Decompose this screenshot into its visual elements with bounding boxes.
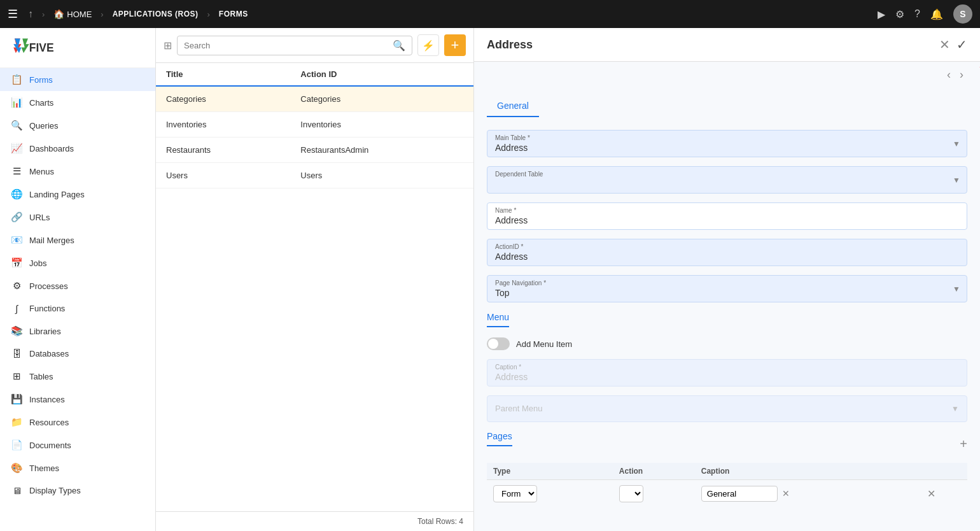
- sidebar-icon-7: 📧: [10, 234, 23, 246]
- list-table: Title Action ID CategoriesCategoriesInve…: [156, 63, 473, 511]
- svg-marker-1: [22, 38, 29, 53]
- lightning-button[interactable]: ⚡ ↓: [417, 34, 439, 56]
- sidebar-item-instances[interactable]: 💾Instances: [0, 388, 155, 411]
- sidebar-item-menus[interactable]: ☰Menus: [0, 160, 155, 183]
- sidebar-item-queries[interactable]: 🔍Queries: [0, 114, 155, 137]
- page-nav-arrow: ▼: [953, 285, 960, 294]
- content-area: ⊞ 🔍 ⚡ ↓ + Title Acti: [156, 28, 980, 531]
- main-layout: FIVE 📋Forms📊Charts🔍Queries📈Dashboards☰Me…: [0, 28, 980, 531]
- remove-page-row-button[interactable]: ✕: [927, 488, 935, 500]
- sidebar-icon-11: 📚: [10, 325, 23, 337]
- sidebar-item-jobs[interactable]: 📅Jobs: [0, 251, 155, 274]
- sidebar-item-dashboards[interactable]: 📈Dashboards: [0, 137, 155, 160]
- filter-icon[interactable]: ⊞: [164, 39, 172, 52]
- sidebar-icon-0: 📋: [10, 74, 23, 85]
- sidebar-logo: FIVE: [0, 28, 155, 68]
- list-table-row[interactable]: UsersUsers: [156, 163, 473, 188]
- list-table-row[interactable]: RestaurantsRestaurantsAdmin: [156, 138, 473, 163]
- sidebar-icon-8: 📅: [10, 257, 23, 269]
- parent-menu-label: Parent Menu: [495, 404, 542, 413]
- detail-header: Address ✕ ✓: [474, 28, 980, 62]
- list-table-row[interactable]: InventoriesInventories: [156, 112, 473, 138]
- sidebar-item-databases[interactable]: 🗄Databases: [0, 343, 155, 365]
- detail-save-button[interactable]: ✓: [956, 37, 967, 52]
- sidebar-item-urls[interactable]: 🔗URLs: [0, 206, 155, 229]
- pages-tab-label[interactable]: Pages: [487, 431, 512, 446]
- total-rows-label: Total Rows: 4: [417, 517, 463, 526]
- sidebar-item-processes[interactable]: ⚙Processes: [0, 274, 155, 297]
- row-actionid-2: RestaurantsAdmin: [290, 138, 473, 163]
- sidebar-item-forms[interactable]: 📋Forms: [0, 68, 155, 91]
- action-id-label: ActionID *: [495, 243, 959, 250]
- home-breadcrumb[interactable]: 🏠 HOME: [53, 9, 92, 19]
- remove-caption-button[interactable]: ✕: [782, 488, 790, 499]
- sidebar-label-14: Instances: [29, 395, 65, 404]
- sidebar-item-libraries[interactable]: 📚Libraries: [0, 320, 155, 343]
- up-button[interactable]: ↑: [28, 8, 33, 20]
- bell-icon[interactable]: 🔔: [930, 8, 943, 20]
- hamburger-menu[interactable]: ☰: [8, 7, 18, 21]
- sidebar-label-6: URLs: [29, 213, 50, 222]
- sidebar-label-15: Resources: [29, 418, 69, 427]
- detail-nav-row: ‹ › ↓: [474, 62, 980, 83]
- sidebar-item-documents[interactable]: 📄Documents: [0, 434, 155, 457]
- sidebar-item-mail-merges[interactable]: 📧Mail Merges: [0, 229, 155, 251]
- pages-table: Type Action Caption Form: [487, 463, 967, 507]
- top-nav-actions: ▶ ⚙ ? 🔔 S: [878, 4, 972, 24]
- sidebar-icon-6: 🔗: [10, 211, 23, 223]
- list-table-row[interactable]: CategoriesCategories: [156, 86, 473, 112]
- page-type-select[interactable]: Form: [493, 485, 537, 502]
- action-id-field: ActionID * Address: [487, 239, 967, 266]
- sidebar-icon-13: ⊞: [10, 371, 23, 382]
- sidebar-item-functions[interactable]: ∫Functions: [0, 297, 155, 320]
- sidebar-item-resources[interactable]: 📁Resources: [0, 411, 155, 434]
- user-avatar[interactable]: S: [953, 4, 972, 24]
- row-actionid-0: Categories: [290, 86, 473, 112]
- sidebar-item-tables[interactable]: ⊞Tables: [0, 365, 155, 388]
- page-caption-input[interactable]: [701, 486, 778, 502]
- forms-breadcrumb[interactable]: FORMS: [219, 10, 248, 18]
- search-box: 🔍: [177, 36, 412, 55]
- sidebar-item-charts[interactable]: 📊Charts: [0, 91, 155, 114]
- lightning-icon: ⚡: [422, 39, 435, 52]
- app-breadcrumb[interactable]: APPLICATIONS (ROS): [113, 10, 199, 18]
- row-title-2: Restaurants: [156, 138, 290, 163]
- pages-section: Pages + Type Action Caption: [487, 431, 967, 507]
- add-menu-label: Add Menu Item: [516, 339, 572, 349]
- sidebar-icon-16: 📄: [10, 439, 23, 451]
- menu-section: Menu Add Menu Item Caption * Address: [487, 311, 967, 422]
- page-action-select[interactable]: [619, 485, 643, 502]
- tab-general[interactable]: General: [487, 96, 539, 117]
- caption-label: Caption *: [495, 364, 959, 371]
- sidebar-icon-2: 🔍: [10, 120, 23, 131]
- sidebar-item-landing-pages[interactable]: 🌐Landing Pages: [0, 183, 155, 206]
- row-title-1: Inventories: [156, 112, 290, 138]
- next-button[interactable]: ›: [956, 67, 967, 83]
- sidebar-icon-9: ⚙: [10, 280, 23, 292]
- row-actionid-3: Users: [290, 163, 473, 188]
- page-nav-value: Top: [495, 288, 959, 298]
- search-nav-icon[interactable]: ⚙: [895, 8, 904, 20]
- add-page-row-button[interactable]: +: [960, 437, 967, 451]
- detail-close-button[interactable]: ✕: [939, 37, 950, 52]
- detail-body: General Main Table * Address ▼ Dependent…: [474, 83, 980, 520]
- pages-col-caption: Caption: [695, 463, 921, 480]
- help-icon[interactable]: ?: [914, 8, 920, 20]
- detail-header-actions: ✕ ✓: [939, 37, 967, 52]
- search-input[interactable]: [184, 41, 389, 50]
- sidebar-label-10: Functions: [29, 304, 65, 313]
- sidebar-item-themes[interactable]: 🎨Themes: [0, 457, 155, 479]
- pages-header: Pages +: [487, 431, 967, 457]
- sidebar-icon-12: 🗄: [10, 348, 23, 359]
- sidebar-label-17: Themes: [29, 464, 59, 473]
- menu-tab-label[interactable]: Menu: [487, 312, 509, 327]
- action-id-value: Address: [495, 251, 959, 262]
- main-table-label: Main Table *: [495, 134, 959, 141]
- name-label: Name *: [495, 207, 959, 214]
- add-menu-toggle[interactable]: [487, 337, 510, 350]
- prev-button[interactable]: ‹: [943, 67, 955, 83]
- page-row: Form ✕: [487, 480, 967, 508]
- sidebar-item-display-types[interactable]: 🖥Display Types: [0, 479, 155, 502]
- play-icon[interactable]: ▶: [878, 8, 885, 20]
- add-button[interactable]: +: [444, 34, 466, 56]
